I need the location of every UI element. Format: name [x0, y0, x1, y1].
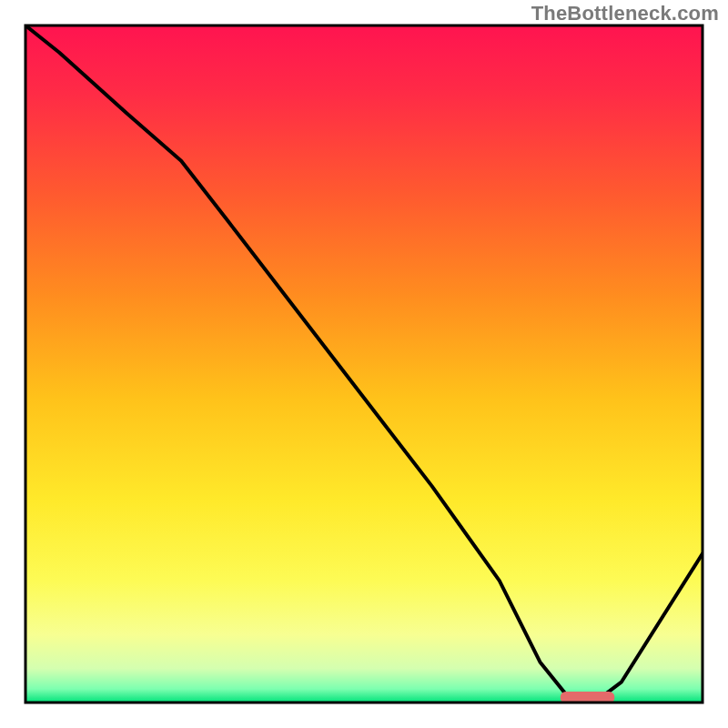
watermark-text: TheBottleneck.com [531, 2, 719, 25]
bottleneck-chart [0, 0, 728, 728]
chart-container: TheBottleneck.com [0, 0, 728, 728]
plot-background [25, 25, 703, 703]
